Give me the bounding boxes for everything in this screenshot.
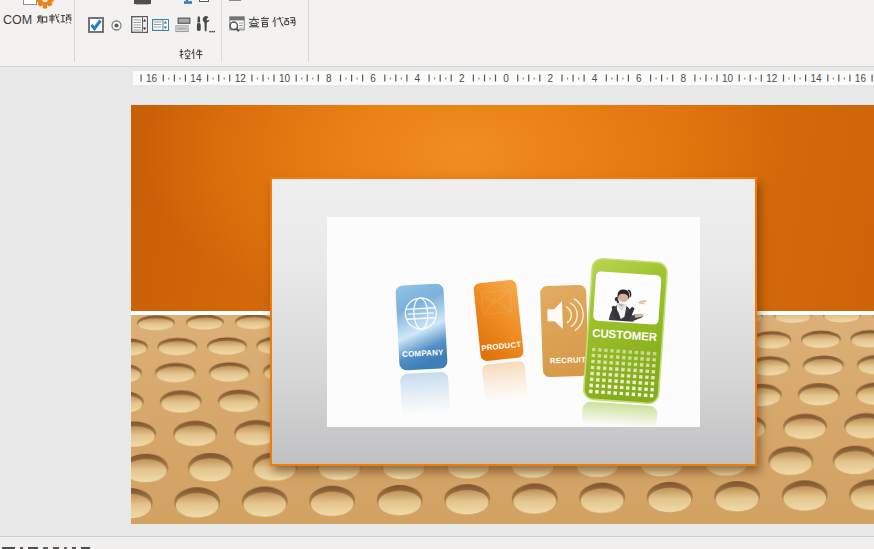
svg-text:2: 2 — [459, 73, 465, 84]
svg-text:4: 4 — [592, 73, 598, 84]
svg-text:16: 16 — [855, 73, 867, 84]
svg-text:6: 6 — [636, 73, 642, 84]
svg-text:6: 6 — [370, 73, 376, 84]
svg-text:10: 10 — [722, 73, 734, 84]
svg-text:8: 8 — [326, 73, 332, 84]
svg-text:12: 12 — [766, 73, 778, 84]
svg-text:10: 10 — [279, 73, 291, 84]
svg-text:14: 14 — [190, 73, 202, 84]
svg-text:8: 8 — [680, 73, 686, 84]
svg-text:0: 0 — [503, 73, 509, 84]
svg-text:16: 16 — [146, 73, 158, 84]
svg-text:14: 14 — [811, 73, 823, 84]
svg-text:4: 4 — [415, 73, 421, 84]
svg-text:RECRUIT: RECRUIT — [550, 355, 586, 365]
svg-text:2: 2 — [548, 73, 554, 84]
svg-text:12: 12 — [235, 73, 247, 84]
